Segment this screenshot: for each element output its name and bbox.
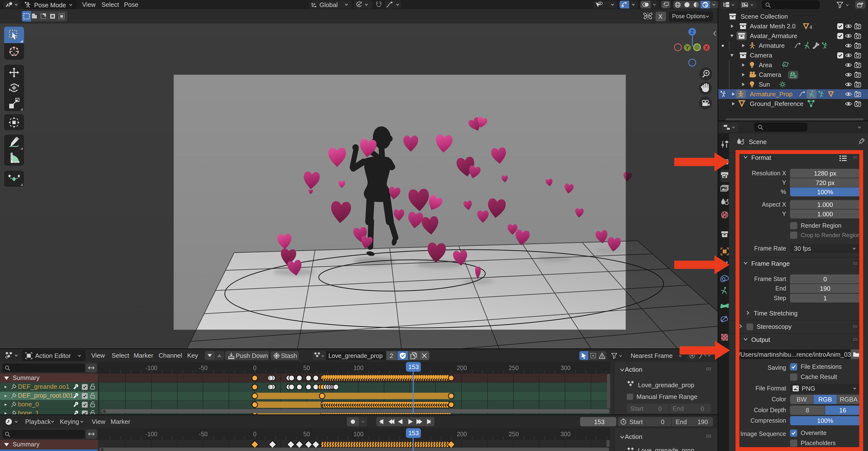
svg-text:X: X <box>705 45 708 51</box>
svg-text:Y: Y <box>686 45 689 51</box>
svg-text:Z: Z <box>690 29 693 35</box>
